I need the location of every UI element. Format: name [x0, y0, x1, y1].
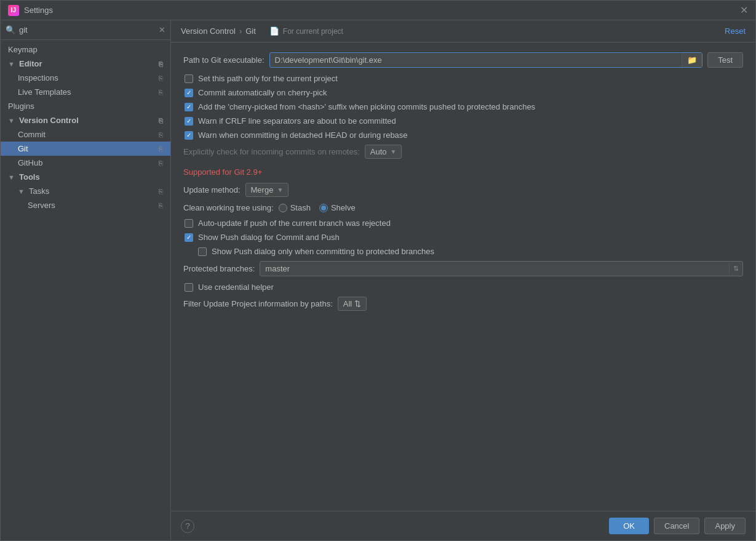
- update-method-dropdown[interactable]: Merge ▼: [245, 183, 289, 197]
- breadcrumb-git: Git: [245, 26, 256, 36]
- filter-value: All: [343, 299, 352, 308]
- search-clear-icon[interactable]: ✕: [159, 25, 165, 34]
- incoming-commits-label: Explicitly check for incoming commits on…: [183, 147, 360, 156]
- path-row: Path to Git executable: 📁 Test: [183, 52, 743, 68]
- auto-update-row: Auto-update if push of the current branc…: [183, 218, 743, 228]
- sidebar-item-plugins[interactable]: Plugins: [1, 99, 170, 113]
- git-copy-icon: ⎘: [159, 145, 163, 153]
- cancel-button[interactable]: Cancel: [654, 518, 699, 534]
- sidebar-item-tools[interactable]: ▼ Tools: [1, 170, 170, 184]
- live-templates-label: Live Templates: [18, 87, 71, 97]
- commit-auto-row: Commit automatically on cherry-pick: [183, 88, 743, 97]
- commit-auto-label: Commit automatically on cherry-pick: [198, 88, 327, 97]
- radio-shelve-inner: [321, 206, 326, 210]
- title-bar-left: IJ Settings: [8, 5, 53, 16]
- close-button[interactable]: ✕: [740, 6, 748, 15]
- right-panel: Version Control › Git 📄 For current proj…: [171, 20, 755, 540]
- cherry-pick-checkbox[interactable]: [185, 103, 193, 111]
- detached-head-checkbox[interactable]: [185, 131, 193, 140]
- search-box: 🔍 ✕: [1, 20, 170, 40]
- sidebar-item-commit[interactable]: Commit ⎘: [1, 127, 170, 142]
- reset-button[interactable]: Reset: [725, 26, 746, 36]
- keymap-label: Keymap: [8, 45, 38, 54]
- radio-group: Stash Shelve: [279, 203, 356, 212]
- filter-label: Filter Update Project information by pat…: [183, 299, 333, 308]
- vc-copy-icon: ⎘: [159, 117, 163, 124]
- test-button[interactable]: Test: [707, 52, 743, 68]
- clean-tree-row: Clean working tree using: Stash Shelve: [183, 203, 743, 212]
- breadcrumb-vc: Version Control: [181, 26, 236, 36]
- tasks-arrow: ▼: [18, 188, 25, 195]
- crlf-label: Warn if CRLF line separators are about t…: [198, 116, 396, 126]
- apply-button[interactable]: Apply: [704, 518, 746, 534]
- editor-label: Editor: [19, 59, 42, 68]
- help-button[interactable]: ?: [181, 519, 194, 533]
- credential-label: Use credential helper: [198, 283, 274, 292]
- sidebar-item-servers[interactable]: Servers ⎘: [1, 198, 170, 212]
- window-title: Settings: [24, 6, 53, 15]
- clean-tree-label: Clean working tree using:: [183, 203, 274, 212]
- app-icon: IJ: [8, 5, 19, 16]
- main-content: 🔍 ✕ Keymap ▼ Editor ⎘ Inspections: [1, 20, 755, 540]
- settings-window: IJ Settings ✕ 🔍 ✕ Keymap ▼ Editor: [0, 0, 756, 541]
- servers-label: Servers: [28, 201, 55, 210]
- radio-shelve-outer: [319, 204, 328, 212]
- set-path-only-row: Set this path only for the current proje…: [183, 74, 743, 83]
- breadcrumb-sep: ›: [239, 26, 242, 36]
- protected-branches-container: ⇅: [260, 261, 743, 276]
- update-method-label: Update method:: [183, 185, 241, 194]
- title-bar: IJ Settings ✕: [1, 1, 755, 20]
- set-path-only-checkbox[interactable]: [185, 74, 193, 83]
- auto-update-checkbox[interactable]: [185, 219, 193, 228]
- update-method-arrow: ▼: [277, 186, 283, 193]
- crlf-checkbox[interactable]: [185, 117, 193, 126]
- ok-button[interactable]: OK: [609, 518, 649, 534]
- folder-button[interactable]: 📁: [682, 53, 702, 67]
- incoming-commits-dropdown[interactable]: Auto ▼: [365, 145, 402, 159]
- github-label: GitHub: [18, 158, 42, 167]
- footer-left: ?: [181, 519, 194, 533]
- sidebar-item-git[interactable]: Git ⎘: [1, 142, 170, 156]
- sidebar-item-live-templates[interactable]: Live Templates ⎘: [1, 85, 170, 99]
- tasks-label: Tasks: [29, 186, 49, 196]
- radio-stash-outer: [279, 204, 287, 212]
- update-method-row: Update method: Merge ▼: [183, 183, 743, 197]
- plugins-label: Plugins: [8, 102, 34, 111]
- protected-branches-label: Protected branches:: [183, 264, 255, 273]
- sidebar-item-version-control[interactable]: ▼ Version Control ⎘: [1, 113, 170, 127]
- radio-shelve[interactable]: Shelve: [319, 203, 356, 212]
- detached-head-label: Warn when committing in detached HEAD or…: [198, 130, 408, 140]
- inspections-copy-icon: ⎘: [159, 74, 163, 82]
- search-input[interactable]: [19, 25, 155, 34]
- sidebar-item-tasks[interactable]: ▼ Tasks ⎘: [1, 184, 170, 198]
- crlf-row: Warn if CRLF line separators are about t…: [183, 116, 743, 126]
- for-project-icon: 📄: [269, 26, 279, 36]
- vc-arrow: ▼: [8, 117, 15, 124]
- show-push-checkbox[interactable]: [185, 233, 193, 242]
- filter-arrow: ⇅: [354, 299, 361, 308]
- credential-checkbox[interactable]: [185, 283, 193, 292]
- filter-dropdown[interactable]: All ⇅: [338, 297, 367, 311]
- auto-update-label: Auto-update if push of the current branc…: [198, 218, 391, 228]
- radio-stash[interactable]: Stash: [279, 203, 311, 212]
- path-input[interactable]: [270, 53, 682, 67]
- tasks-copy-icon: ⎘: [159, 188, 163, 195]
- commit-auto-checkbox[interactable]: [185, 89, 193, 97]
- sidebar-item-inspections[interactable]: Inspections ⎘: [1, 71, 170, 85]
- github-copy-icon: ⎘: [159, 159, 163, 167]
- supported-note: Supported for Git 2.9+: [183, 165, 743, 183]
- radio-shelve-label: Shelve: [331, 203, 356, 212]
- protected-branches-btn[interactable]: ⇅: [729, 263, 742, 275]
- protected-branches-input[interactable]: [260, 262, 729, 276]
- servers-copy-icon: ⎘: [159, 202, 163, 209]
- live-templates-copy-icon: ⎘: [159, 89, 163, 96]
- sidebar: 🔍 ✕ Keymap ▼ Editor ⎘ Inspections: [1, 20, 171, 540]
- sidebar-item-github[interactable]: GitHub ⎘: [1, 156, 170, 170]
- commit-copy-icon: ⎘: [159, 131, 163, 138]
- set-path-only-label: Set this path only for the current proje…: [198, 74, 338, 83]
- footer: ? OK Cancel Apply: [171, 511, 755, 540]
- sidebar-item-keymap[interactable]: Keymap: [1, 42, 170, 57]
- sidebar-tree: Keymap ▼ Editor ⎘ Inspections ⎘ Live Tem…: [1, 40, 170, 540]
- show-push-protected-checkbox[interactable]: [198, 247, 207, 256]
- sidebar-item-editor[interactable]: ▼ Editor ⎘: [1, 57, 170, 71]
